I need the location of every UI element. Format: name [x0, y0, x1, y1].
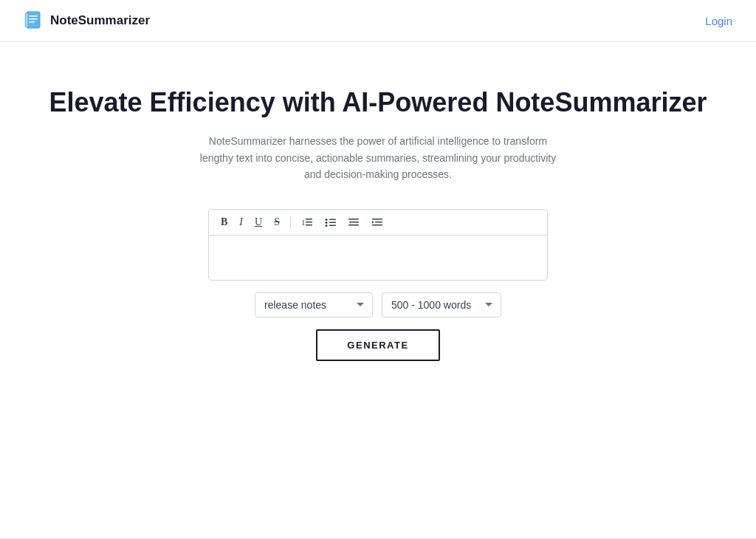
- svg-point-10: [325, 222, 327, 224]
- svg-rect-2: [29, 18, 38, 20]
- note-icon: [24, 10, 44, 31]
- svg-rect-17: [348, 224, 359, 226]
- word-count-dropdown[interactable]: 100 - 200 words 200 - 500 words 500 - 10…: [382, 292, 501, 317]
- controls-row: release notes meeting notes article emai…: [208, 292, 548, 317]
- svg-rect-12: [329, 219, 336, 221]
- svg-rect-1: [29, 16, 38, 17]
- editor-toolbar: B I U S 1.: [209, 210, 547, 236]
- hero-subtitle: NoteSummarizer harnesses the power of ar…: [193, 133, 563, 182]
- hero-title: Elevate Efficiency with AI-Powered NoteS…: [15, 86, 741, 118]
- svg-rect-0: [27, 12, 40, 28]
- svg-rect-3: [29, 21, 35, 23]
- svg-point-11: [325, 224, 327, 227]
- editor-container: B I U S 1.: [208, 209, 548, 361]
- strikethrough-button[interactable]: S: [271, 216, 283, 229]
- increase-indent-icon[interactable]: [369, 216, 387, 229]
- decrease-indent-icon[interactable]: [346, 216, 363, 229]
- svg-rect-6: [306, 219, 312, 220]
- brand-name: NoteSummarizer: [50, 13, 150, 28]
- generate-row: GENERATE: [208, 329, 548, 361]
- svg-rect-19: [375, 222, 382, 223]
- note-type-dropdown[interactable]: release notes meeting notes article emai…: [255, 292, 373, 317]
- svg-rect-8: [306, 224, 312, 226]
- toolbar-divider: [290, 216, 291, 228]
- editor-box: B I U S 1.: [208, 209, 548, 281]
- bold-button[interactable]: B: [218, 216, 230, 229]
- generate-button[interactable]: GENERATE: [316, 329, 439, 361]
- svg-rect-4: [25, 13, 28, 27]
- svg-point-9: [325, 219, 327, 221]
- svg-rect-16: [351, 222, 359, 223]
- svg-rect-18: [372, 219, 382, 220]
- svg-rect-14: [329, 225, 336, 227]
- underline-button[interactable]: U: [252, 216, 265, 229]
- svg-rect-7: [306, 222, 312, 223]
- svg-rect-13: [329, 222, 336, 224]
- italic-button[interactable]: I: [236, 216, 246, 229]
- bullet-list-icon[interactable]: [322, 216, 340, 229]
- ordered-list-icon[interactable]: 1.: [298, 216, 316, 229]
- navbar: NoteSummarizer Login: [0, 0, 756, 42]
- login-button[interactable]: Login: [705, 15, 732, 27]
- svg-rect-20: [372, 224, 382, 226]
- brand-logo[interactable]: NoteSummarizer: [24, 10, 150, 31]
- hero-section: Elevate Efficiency with AI-Powered NoteS…: [0, 42, 756, 376]
- svg-rect-15: [348, 219, 359, 220]
- editor-textarea[interactable]: [209, 236, 547, 280]
